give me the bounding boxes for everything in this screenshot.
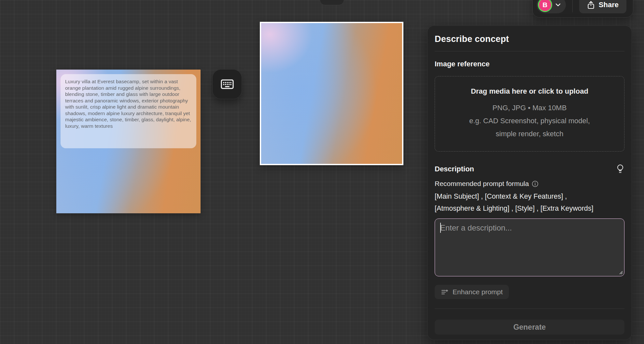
keyboard-button[interactable]	[212, 69, 242, 99]
upload-main-text: Drag media here or click to upload	[471, 87, 588, 96]
panel-divider	[435, 51, 624, 51]
formula-text: [Main Subject] , [Context & Key Features…	[435, 191, 624, 215]
image-reference-heading: Image reference	[435, 60, 624, 68]
panel-bottom-divider	[435, 309, 624, 309]
enhance-sparkle-icon	[441, 289, 449, 296]
enhance-prompt-label: Enhance prompt	[453, 288, 503, 296]
upload-example-line2: simple render, sketch	[496, 127, 564, 140]
info-icon[interactable]	[532, 180, 539, 187]
prompt-card-text: Luxury villa at Everest basecamp, set wi…	[65, 78, 193, 129]
resize-handle-icon[interactable]	[619, 270, 623, 274]
lightbulb-icon[interactable]	[616, 164, 624, 174]
generate-label: Generate	[513, 323, 546, 332]
describe-concept-panel: Describe concept Image reference Drag me…	[427, 25, 632, 340]
top-toolbar: B Share	[532, 0, 633, 18]
enhance-prompt-button[interactable]: Enhance prompt	[435, 285, 509, 299]
prompt-card[interactable]: Luxury villa at Everest basecamp, set wi…	[56, 70, 201, 213]
keyboard-icon	[220, 78, 234, 90]
share-icon	[587, 1, 595, 9]
generated-image[interactable]	[260, 22, 403, 165]
chevron-down-icon	[555, 3, 561, 7]
generate-button[interactable]: Generate	[435, 320, 624, 335]
panel-title: Describe concept	[435, 34, 624, 44]
account-menu[interactable]: B	[537, 0, 566, 13]
formula-line1: [Main Subject] , [Context & Key Features…	[435, 191, 624, 203]
upload-dropzone[interactable]: Drag media here or click to upload PNG, …	[435, 76, 624, 152]
canvas-toolbar-pill	[320, 0, 344, 5]
formula-line2: [Atmosphere & Lighting] , [Style] , [Ext…	[435, 203, 624, 215]
prompt-card-overlay: Luxury villa at Everest basecamp, set wi…	[61, 74, 196, 148]
upload-example-line1: e.g. CAD Screenshot, physical model,	[469, 114, 590, 127]
share-label: Share	[599, 1, 619, 9]
canvas-workspace: { "toolbar": { "avatar_initial": "B", "s…	[0, 0, 644, 344]
upload-formats-text: PNG, JPG • Max 10MB	[493, 101, 567, 114]
toolbar-divider	[572, 0, 573, 12]
formula-label-text: Recommended prompt formula	[435, 180, 529, 188]
description-input[interactable]	[435, 218, 624, 276]
share-button[interactable]: Share	[579, 0, 626, 13]
description-heading: Description	[435, 165, 474, 173]
text-cursor	[440, 223, 441, 233]
avatar[interactable]: B	[538, 0, 552, 12]
